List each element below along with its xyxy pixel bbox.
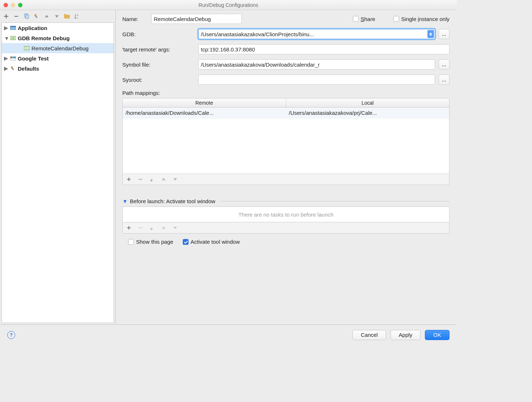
symbol-file-input[interactable]	[198, 59, 435, 70]
th-local[interactable]: Local	[286, 99, 449, 107]
chevron-right-icon[interactable]: ▶	[4, 55, 8, 62]
gdb-select[interactable]: /Users/anastasiakazakova/ClionProjects/b…	[198, 29, 435, 39]
table-row[interactable]: /home/anastasiak/Downloads/Cale... /User…	[123, 108, 449, 118]
share-label: Share	[361, 16, 375, 22]
chevron-down-icon[interactable]: ▼	[122, 198, 128, 204]
remove-icon[interactable]	[137, 176, 144, 183]
before-launch-header[interactable]: ▼ Before launch: Activate tool window	[122, 198, 449, 204]
table-header: Remote Local	[123, 99, 449, 108]
target-remote-label: 'target remote' args:	[122, 46, 195, 53]
gdb-item-icon	[24, 45, 30, 51]
tree-label: RemoteCalendarDebug	[31, 45, 89, 51]
close-icon[interactable]	[4, 3, 8, 7]
main-panel: Name: Share Single instance only GDB: /U…	[116, 10, 457, 324]
folder-icon[interactable]	[64, 13, 70, 20]
table-body: /home/anastasiak/Downloads/Cale... /User…	[123, 108, 449, 173]
before-launch-toolbar	[122, 222, 449, 234]
svg-rect-13	[10, 57, 12, 58]
wrench-icon	[10, 65, 16, 72]
svg-rect-1	[26, 15, 29, 18]
before-launch-empty-text: There are no tasks to run before launch	[238, 212, 334, 218]
th-remote[interactable]: Remote	[123, 99, 286, 107]
move-down-icon[interactable]	[54, 13, 60, 20]
svg-rect-14	[12, 57, 14, 58]
tree-node-remote-calendar-debug[interactable]: RemoteCalendarDebug	[2, 43, 114, 53]
single-instance-checkbox[interactable]: Single instance only	[393, 16, 449, 22]
help-button[interactable]: ?	[7, 331, 15, 339]
svg-rect-10	[10, 36, 16, 40]
path-mappings-label: Path mappings:	[122, 90, 449, 96]
table-toolbar	[123, 173, 449, 185]
svg-rect-17	[12, 68, 14, 70]
activate-tool-window-label: Activate tool window	[191, 239, 240, 245]
sysroot-label: Sysroot:	[122, 77, 195, 83]
chevron-updown-icon[interactable]	[427, 30, 434, 38]
svg-rect-5	[64, 14, 67, 16]
remove-icon[interactable]	[137, 225, 144, 231]
tree-label: GDB Remote Debug	[18, 35, 69, 41]
add-icon[interactable]	[126, 176, 132, 183]
name-label: Name:	[122, 16, 148, 22]
share-checkbox[interactable]: Share	[353, 16, 375, 22]
move-down-icon[interactable]	[172, 225, 178, 231]
sysroot-input[interactable]	[198, 75, 435, 85]
wrench-icon[interactable]	[33, 13, 40, 20]
sidebar: az ▶ Application ▼ GDB Remote Debug Remo…	[0, 10, 116, 324]
single-instance-label: Single instance only	[401, 16, 449, 22]
move-up-icon[interactable]	[160, 225, 167, 231]
application-icon	[10, 25, 16, 31]
cell-remote: /home/anastasiak/Downloads/Cale...	[123, 108, 286, 118]
cell-local: /Users/anastasiakazakova/prj/Cale...	[286, 108, 449, 118]
add-icon[interactable]	[3, 13, 9, 20]
tree-node-defaults[interactable]: ▶ Defaults	[2, 63, 114, 74]
window-title: Run/Debug Configurations	[4, 2, 453, 8]
edit-icon[interactable]	[149, 176, 155, 183]
move-up-icon[interactable]	[160, 176, 167, 183]
chevron-right-icon[interactable]: ▶	[4, 65, 8, 72]
move-down-icon[interactable]	[172, 176, 178, 183]
tree-node-google-test[interactable]: ▶ Google Test	[2, 53, 114, 63]
copy-icon[interactable]	[23, 13, 30, 20]
show-this-page-label: Show this page	[136, 239, 173, 245]
svg-rect-11	[24, 46, 30, 50]
apply-button[interactable]: Apply	[390, 330, 421, 340]
tree-node-application[interactable]: ▶ Application	[2, 23, 114, 33]
browse-sysroot-button[interactable]: …	[439, 75, 449, 85]
browse-gdb-button[interactable]: …	[439, 29, 449, 39]
show-this-page-checkbox[interactable]: Show this page	[128, 239, 173, 245]
gdb-value: /Users/anastasiakazakova/ClionProjects/b…	[201, 31, 314, 37]
ok-button[interactable]: OK	[425, 330, 449, 340]
tree-label: Google Test	[18, 55, 49, 62]
edit-icon[interactable]	[149, 225, 155, 231]
gdb-label: GDB:	[122, 31, 195, 37]
remove-icon[interactable]	[13, 13, 20, 20]
config-tree[interactable]: ▶ Application ▼ GDB Remote Debug RemoteC…	[1, 22, 114, 323]
before-launch-label: Before launch: Activate tool window	[130, 198, 215, 204]
add-icon[interactable]	[126, 225, 132, 231]
browse-symbol-button[interactable]: …	[439, 59, 449, 70]
svg-rect-9	[10, 26, 16, 27]
window-controls	[4, 3, 22, 7]
divider	[220, 201, 449, 201]
maximize-icon[interactable]	[18, 3, 22, 7]
activate-tool-window-checkbox[interactable]: Activate tool window	[183, 239, 240, 245]
symbol-file-label: Symbol file:	[122, 62, 195, 68]
minimize-icon[interactable]	[11, 3, 15, 7]
move-up-icon[interactable]	[43, 13, 50, 20]
svg-text:a: a	[77, 14, 78, 16]
chevron-right-icon[interactable]: ▶	[4, 25, 8, 31]
name-input[interactable]	[151, 14, 242, 24]
cancel-button[interactable]: Cancel	[352, 330, 386, 340]
path-mappings-table[interactable]: Remote Local /home/anastasiak/Downloads/…	[122, 98, 449, 185]
svg-rect-15	[14, 57, 16, 58]
chevron-down-icon[interactable]: ▼	[4, 35, 8, 41]
tree-node-gdb-remote-debug[interactable]: ▼ GDB Remote Debug	[2, 33, 114, 43]
target-remote-input[interactable]	[198, 44, 449, 54]
sort-az-icon[interactable]: az	[74, 13, 80, 20]
titlebar: Run/Debug Configurations	[0, 0, 457, 10]
tree-label: Defaults	[18, 66, 39, 72]
svg-text:z: z	[77, 17, 78, 19]
before-launch-tasks[interactable]: There are no tasks to run before launch	[122, 206, 449, 222]
sidebar-toolbar: az	[0, 10, 115, 22]
footer: ? Cancel Apply OK	[0, 324, 457, 345]
